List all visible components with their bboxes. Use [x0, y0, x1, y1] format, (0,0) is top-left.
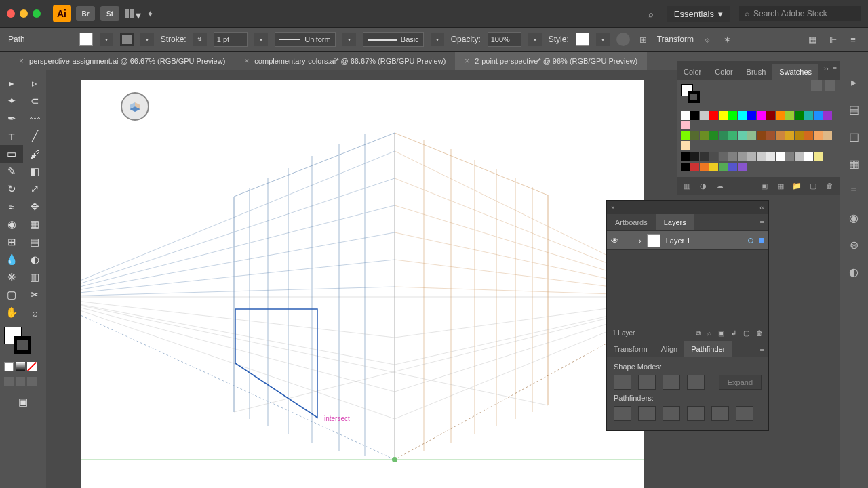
- swatch[interactable]: [785, 131, 794, 140]
- swatch[interactable]: [823, 111, 832, 120]
- brushes-tab[interactable]: Brush: [740, 64, 773, 80]
- swatch[interactable]: [728, 131, 737, 140]
- maximize-window[interactable]: [33, 9, 41, 18]
- swatch[interactable]: [681, 131, 690, 140]
- style-swatch[interactable]: [576, 33, 589, 46]
- none-mode[interactable]: [27, 362, 37, 371]
- crop-button[interactable]: [687, 406, 705, 421]
- color-tab[interactable]: Color: [677, 64, 708, 80]
- pathfinder-tab[interactable]: Pathfinder: [684, 341, 732, 357]
- graphic-styles-icon[interactable]: ⊛: [846, 237, 861, 252]
- perspective-plane-widget[interactable]: [121, 92, 149, 121]
- panel-menu-icon[interactable]: ≡: [756, 341, 768, 357]
- brush-dropdown[interactable]: ▾: [431, 33, 444, 46]
- fill-stroke-control[interactable]: [4, 327, 31, 354]
- close-tab-icon[interactable]: ×: [19, 56, 24, 66]
- swatch[interactable]: [728, 163, 737, 171]
- swatch[interactable]: [728, 152, 737, 161]
- swatches-tab[interactable]: Swatches: [772, 64, 818, 80]
- swatch[interactable]: [757, 152, 766, 161]
- swatch[interactable]: [795, 152, 804, 161]
- swatch[interactable]: [690, 152, 699, 161]
- stroke-dropdown[interactable]: ▾: [140, 33, 154, 46]
- swatch[interactable]: [823, 131, 832, 140]
- blend-tool[interactable]: ◐: [23, 251, 46, 268]
- minimize-window[interactable]: [20, 9, 28, 18]
- swatch[interactable]: [757, 111, 766, 120]
- swatch[interactable]: [738, 131, 747, 140]
- target-icon[interactable]: [748, 238, 753, 243]
- eraser-tool[interactable]: ◧: [23, 163, 46, 180]
- swatch[interactable]: [776, 152, 785, 161]
- direct-selection-tool[interactable]: ▹: [23, 75, 46, 92]
- list-view-icon[interactable]: [811, 80, 822, 91]
- swatch[interactable]: [681, 111, 690, 120]
- swatch[interactable]: [776, 131, 785, 140]
- mesh-tool[interactable]: ⊞: [0, 233, 23, 251]
- swatch[interactable]: [795, 111, 804, 120]
- rectangle-tool[interactable]: ▭: [0, 145, 23, 163]
- pen-tool[interactable]: ✒: [0, 110, 23, 127]
- rotate-tool[interactable]: ↻: [0, 180, 23, 198]
- workspace-switcher[interactable]: Essentials ▾: [667, 6, 730, 22]
- swatch[interactable]: [766, 111, 775, 120]
- selection-tool[interactable]: ▸: [0, 75, 23, 92]
- stock-icon[interactable]: St: [100, 6, 119, 21]
- close-tab-icon[interactable]: ×: [244, 56, 249, 66]
- libraries-icon[interactable]: ▤: [846, 102, 861, 117]
- grid-icon[interactable]: ▦: [806, 33, 819, 46]
- gradient-tool[interactable]: ▤: [23, 233, 46, 251]
- swatch[interactable]: [709, 152, 718, 161]
- swatch[interactable]: [719, 111, 728, 120]
- stroke-icon[interactable]: ≡: [846, 183, 861, 198]
- arrange-documents-icon[interactable]: ▾: [125, 9, 138, 18]
- swatch[interactable]: [766, 152, 775, 161]
- swatch[interactable]: [681, 163, 690, 171]
- intersect-button[interactable]: [663, 375, 680, 390]
- stroke-profile[interactable]: Uniform: [275, 32, 336, 47]
- select-similar-icon[interactable]: ✶: [721, 33, 734, 46]
- swatch[interactable]: [804, 152, 813, 161]
- layer-row[interactable]: 👁 › Layer 1: [607, 231, 768, 250]
- swatch[interactable]: [757, 131, 766, 140]
- swatch[interactable]: [795, 131, 804, 140]
- swatch[interactable]: [738, 163, 747, 171]
- swatch[interactable]: [766, 131, 775, 140]
- library-menu-icon[interactable]: ▥: [682, 181, 692, 190]
- thumb-view-icon[interactable]: [825, 80, 835, 91]
- delete-layer-icon[interactable]: 🗑: [756, 329, 763, 338]
- snap-icon[interactable]: ⊩: [826, 33, 840, 46]
- magic-wand-tool[interactable]: ✦: [0, 92, 23, 110]
- swatch[interactable]: [814, 111, 823, 120]
- stroke-weight-input[interactable]: [214, 32, 248, 47]
- draw-behind[interactable]: [16, 377, 25, 386]
- opacity-input[interactable]: [488, 32, 521, 47]
- layers-icon[interactable]: ◫: [846, 129, 861, 144]
- close-window[interactable]: [7, 9, 15, 18]
- minus-front-button[interactable]: [638, 375, 656, 390]
- swatch[interactable]: [681, 141, 690, 150]
- fill-stroke-indicator[interactable]: [681, 84, 700, 103]
- symbol-sprayer-tool[interactable]: ❋: [0, 268, 23, 286]
- trim-button[interactable]: [638, 406, 656, 421]
- free-transform-tool[interactable]: ✥: [23, 198, 46, 216]
- document-tab[interactable]: ×persperctive-assignment.ai @ 66.67% (RG…: [9, 52, 235, 70]
- swatch[interactable]: [700, 152, 709, 161]
- collapse-icon[interactable]: ‹‹: [760, 204, 764, 211]
- gradient-mode[interactable]: [16, 362, 25, 371]
- swatch[interactable]: [700, 111, 709, 120]
- swatch[interactable]: [719, 131, 728, 140]
- swatch[interactable]: [785, 111, 794, 120]
- zoom-tool[interactable]: ⌕: [23, 304, 46, 321]
- isolate-icon[interactable]: ⟐: [701, 33, 714, 46]
- swatch[interactable]: [804, 131, 813, 140]
- color-guide-tab[interactable]: Color: [708, 64, 739, 80]
- artboard[interactable]: intersect: [81, 80, 644, 488]
- swatch[interactable]: [690, 163, 699, 171]
- search-layer-icon[interactable]: ⌕: [707, 329, 711, 338]
- symbols-icon[interactable]: ▦: [846, 156, 861, 171]
- document-tab[interactable]: ×2-point perspective* @ 96% (RGB/GPU Pre…: [455, 52, 647, 70]
- draw-normal[interactable]: [4, 377, 14, 386]
- swatch[interactable]: [738, 111, 747, 120]
- opacity-dropdown[interactable]: ▾: [528, 33, 542, 46]
